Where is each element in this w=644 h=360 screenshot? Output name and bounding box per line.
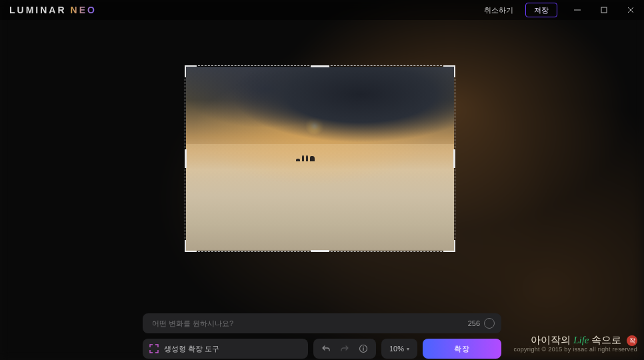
svg-rect-1 — [601, 7, 607, 13]
crop-handle-left[interactable] — [185, 149, 187, 168]
undo-button[interactable] — [319, 339, 333, 359]
zoom-label: 10% — [389, 345, 404, 353]
prompt-input[interactable] — [152, 319, 468, 327]
window-maximize-button[interactable] — [591, 0, 617, 20]
window-close-button[interactable] — [617, 0, 644, 20]
tool-name-label: 생성형 확장 도구 — [164, 344, 219, 354]
char-limit: 256 — [468, 319, 480, 327]
window-minimize-button[interactable] — [564, 0, 591, 20]
chevron-down-icon: ▾ — [407, 346, 409, 352]
title-bar: LUMINAR NEO 취소하기 저장 — [0, 0, 644, 20]
cancel-button[interactable]: 취소하기 — [476, 0, 521, 20]
image-silhouettes — [296, 153, 323, 161]
expand-button[interactable]: 확장 — [423, 339, 501, 359]
zoom-dropdown[interactable]: 10% ▾ — [381, 339, 417, 359]
crop-frame[interactable] — [185, 65, 455, 252]
watermark: 아이작의 Life 속으로 작 copyright © 2015 by issa… — [514, 334, 637, 353]
maximize-icon — [601, 7, 607, 13]
watermark-seal-icon: 작 — [627, 335, 637, 346]
crop-handle-right[interactable] — [453, 149, 455, 168]
tool-name-pill[interactable]: 생성형 확장 도구 — [143, 339, 308, 359]
info-icon — [359, 344, 368, 353]
title-bar-right: 취소하기 저장 — [476, 0, 644, 20]
submit-icon[interactable] — [484, 318, 495, 329]
history-pill — [313, 339, 376, 359]
minimize-icon — [574, 7, 581, 13]
watermark-text-life: Life — [573, 335, 589, 345]
watermark-line1: 아이작의 Life 속으로 작 — [514, 334, 637, 347]
image-haze — [186, 144, 454, 181]
crop-handle-tl[interactable] — [185, 65, 197, 77]
watermark-text-a: 아이작의 — [531, 335, 573, 345]
generative-expand-icon — [149, 344, 159, 353]
undo-icon — [321, 344, 331, 353]
save-button[interactable]: 저장 — [525, 3, 557, 17]
tool-row: 생성형 확장 도구 10% ▾ 확장 — [143, 339, 501, 359]
crop-handle-tr[interactable] — [443, 65, 455, 77]
logo-sub: NEO — [71, 5, 97, 15]
svg-rect-6 — [363, 348, 363, 351]
close-icon — [627, 7, 634, 13]
prompt-row: 256 — [143, 313, 501, 333]
control-panel: 256 생성형 확장 도구 10% ▾ 확장 — [143, 313, 501, 359]
watermark-text-b: 속으로 — [589, 335, 622, 345]
canvas-image — [186, 67, 454, 251]
redo-button — [337, 339, 352, 359]
crop-handle-top[interactable] — [311, 65, 329, 67]
logo-main: LUMINAR — [9, 5, 67, 15]
crop-handle-br[interactable] — [443, 240, 455, 252]
redo-icon — [340, 344, 349, 353]
watermark-copyright: copyright © 2015 by issac all right rese… — [514, 346, 637, 353]
svg-point-5 — [363, 347, 364, 348]
app-logo: LUMINAR NEO — [9, 5, 97, 15]
crop-handle-bottom[interactable] — [311, 250, 329, 252]
info-button[interactable] — [356, 339, 371, 359]
crop-handle-bl[interactable] — [185, 240, 197, 252]
